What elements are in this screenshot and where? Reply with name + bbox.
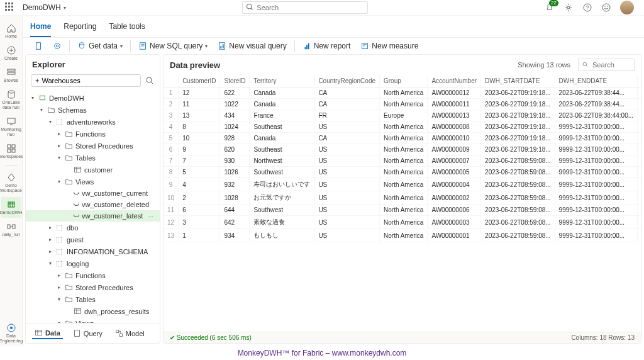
table-row[interactable]: 1021028お元気ですかUSNorth AmericaAW0000000220… [164,191,641,205]
svg-rect-37 [75,167,81,172]
tree-functions[interactable]: ▸Functions [26,128,160,140]
table-row[interactable]: 77930NorthwestUSNorth AmericaAW000000072… [164,155,641,167]
caret-down-icon: ▾ [47,261,53,267]
btmtab-data[interactable]: Data [32,327,63,339]
help-icon[interactable]: ? [582,3,592,13]
table-cell: 13 [179,110,220,121]
column-header[interactable]: DWH_ISCURRENT [638,75,641,87]
table-row[interactable]: 510928CanadaCANorth AmericaAW00000010202… [164,133,641,144]
table-row[interactable]: 112622CanadaCANorth AmericaAW00000012202… [164,87,641,99]
tab-reporting[interactable]: Reporting [64,18,96,37]
tree-guest[interactable]: ▸⬚guest [26,233,160,245]
rail-data-engineering[interactable]: Data Engineering [1,320,21,346]
cmd-new-report[interactable]: New report [299,40,355,52]
tree-view-deleted[interactable]: vw_customer_deleted [26,199,160,210]
tree-view-latest[interactable]: vw_customer_latest··· [26,210,160,222]
warehouses-button[interactable]: + Warehouses [31,74,141,87]
svg-rect-29 [223,44,224,48]
tab-home[interactable]: Home [30,18,51,37]
top-bar: DemoDWH ▾ 22 ? [0,0,644,16]
tree-schemas[interactable]: ▾Schemas [26,104,160,116]
table-cell: 2023-06-22T09:19:18... [481,87,555,99]
workspace-dropdown[interactable]: DemoDWH ▾ [23,3,66,12]
tree-dbo[interactable]: ▸⬚dbo [26,222,160,233]
search-icon[interactable] [145,76,155,86]
tab-table-tools[interactable]: Table tools [109,18,145,37]
tree-tables[interactable]: ▾Tables [26,152,160,164]
tree-views[interactable]: ▾Views [26,176,160,188]
column-header[interactable]: DWH_STARTDATE [481,75,555,87]
tree-log-procs[interactable]: ▸Stored Procedures [26,281,160,293]
tree-view-current[interactable]: vw_customer_current [26,188,160,199]
svg-rect-28 [221,46,222,48]
rail-demodwh[interactable]: DemoDWH [1,197,21,218]
table-row[interactable]: 69620SoutheastUSNorth AmericaAW000000092… [164,144,641,155]
svg-rect-10 [8,72,15,74]
column-header[interactable]: CustomerID [179,75,220,87]
tree-table-customer[interactable]: customer [26,164,160,176]
column-header[interactable]: StoreID [220,75,250,87]
feedback-icon[interactable] [601,3,611,13]
tree-warehouse[interactable]: ▾DemoDWH [26,92,160,104]
content-area: Explorer + Warehouses ▾DemoDWH ▾Schemas … [23,54,644,346]
settings-icon[interactable] [564,3,574,13]
table-row[interactable]: 131934もしもしUSNorth AmericaAW000000012023-… [164,229,641,242]
rail-dailyrun[interactable]: daily_run [1,219,21,240]
tree-info-schema[interactable]: ▸⬚INFORMATION_SCHEMA [26,245,160,257]
table-icon [74,307,82,315]
table-row[interactable]: 123642素敵な過食USNorth AmericaAW000000032023… [164,216,641,229]
tree-log-tables[interactable]: ▾Tables [26,293,160,305]
apps-icon[interactable] [5,3,15,13]
schema-icon: ⬚ [56,235,64,244]
column-header[interactable]: DWH_ENDDATE [555,75,637,87]
column-header[interactable]: AccountNumber [428,75,481,87]
folder-icon [47,106,55,114]
column-header[interactable]: Territory [250,75,314,87]
tree-log-functions[interactable]: ▸Functions [26,269,160,281]
table-row[interactable]: 94932寿司はおいしいですUSNorth AmericaAW000000042… [164,178,641,191]
preview-search-wrap [578,59,635,71]
notifications-icon[interactable]: 22 [545,3,555,13]
tree-log-tbl[interactable]: dwh_process_results [26,305,160,317]
cmd-new-visual[interactable]: New visual query [214,40,290,52]
table-row[interactable]: 2111022CanadaCANorth AmericaAW0000001120… [164,99,641,110]
rail-browse[interactable]: Browse [1,65,21,86]
separator [294,40,295,52]
tree-stored-procs[interactable]: ▸Stored Procedures [26,140,160,152]
tree-adventureworks[interactable]: ▾⬚adventureworks [26,116,160,128]
rail-workspaces[interactable]: Workspaces [1,141,21,162]
tree-logging[interactable]: ▾⬚logging [26,257,160,269]
rail-home[interactable]: Home [1,21,21,42]
table-row[interactable]: 116644SouthwestUSNorth AmericaAW00000006… [164,205,641,216]
svg-point-25 [80,43,84,45]
tree-log-views[interactable]: ▾Views [26,317,160,323]
cmd-settings[interactable] [49,40,65,52]
user-avatar[interactable] [620,1,634,14]
table-cell: Southwest [250,205,314,216]
table-cell: Canada [250,99,314,110]
footer: MonkeyDWH™ for Fabric – www.monkeydwh.co… [0,346,644,360]
cmd-get-data[interactable]: Get data▾ [74,40,126,52]
rail-demo-workspace[interactable]: Demo Workspace [1,170,21,196]
table-cell: もしもし [250,229,314,242]
table-row[interactable]: 481024SoutheastUSNorth AmericaAW00000008… [164,121,641,133]
cmd-paste[interactable] [30,40,47,52]
search-input[interactable] [242,1,368,14]
rail-onelake[interactable]: OneLake data hub [1,87,21,113]
btmtab-query[interactable]: Query [70,327,105,339]
column-header[interactable]: Group [380,75,428,87]
cmd-new-measure[interactable]: New measure [357,40,422,52]
caret-right-icon: ▸ [47,237,53,243]
cmd-new-sql[interactable]: New SQL query▾ [135,40,211,52]
rail-monitoring[interactable]: Monitoring hub [1,114,21,140]
table-row[interactable]: 313434FranceFREuropeAW000000132023-06-22… [164,110,641,121]
more-icon[interactable]: ··· [146,213,156,220]
table-row[interactable]: 851026SouthwestUSNorth AmericaAW00000005… [164,167,641,178]
data-table-wrap[interactable]: CustomerIDStoreIDTerritoryCountryRegionC… [164,75,641,332]
table-cell: US [314,155,380,167]
table-cell: 8 [179,121,220,133]
rail-create[interactable]: Create [1,43,21,64]
btmtab-model[interactable]: Model [113,327,147,339]
column-header[interactable]: CountryRegionCode [314,75,380,87]
chevron-down-icon: ▾ [120,43,123,49]
